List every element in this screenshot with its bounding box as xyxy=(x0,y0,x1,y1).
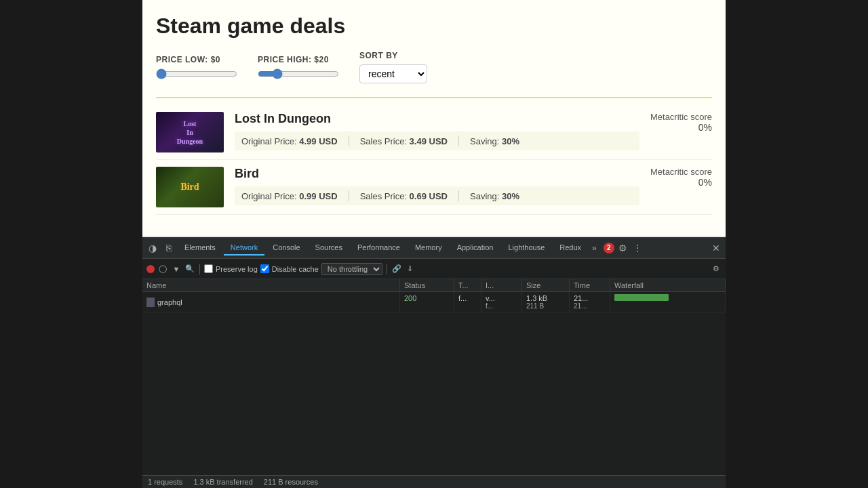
section-divider xyxy=(156,97,712,98)
price-high-filter: PRICE HIGH: $20 xyxy=(258,55,339,79)
price-divider xyxy=(349,190,349,201)
sort-select[interactable]: recent savings price metacritic xyxy=(359,64,427,83)
price-high-slider[interactable] xyxy=(258,68,339,79)
preserve-log-checkbox[interactable]: Preserve log xyxy=(204,264,258,273)
price-divider xyxy=(349,136,349,146)
metacritic-label: Metacritic score xyxy=(650,167,712,177)
saving-label: Saving: 30% xyxy=(470,191,519,201)
toolbar-right: ⚙ xyxy=(711,264,722,274)
devtools-settings-icon[interactable]: ⚙ xyxy=(616,243,630,253)
disable-cache-checkbox[interactable]: Disable cache xyxy=(260,264,319,273)
price-high-label: PRICE HIGH: $20 xyxy=(258,55,339,64)
network-toolbar: ◯ ▼ 🔍 Preserve log Disable cache No thro… xyxy=(142,259,726,279)
saving-label: Saving: 30% xyxy=(470,136,519,146)
page-title: Steam game deals xyxy=(156,14,712,39)
tab-console[interactable]: Console xyxy=(266,241,307,256)
metacritic-label: Metacritic score xyxy=(650,112,712,122)
metacritic-value: 0% xyxy=(650,177,712,188)
price-low-slider[interactable] xyxy=(156,68,237,79)
toolbar-separator-2 xyxy=(387,264,387,274)
main-page: Steam game deals PRICE LOW: $0 PRICE HIG… xyxy=(142,0,726,237)
metacritic-score: Metacritic score 0% xyxy=(650,167,712,188)
filters-bar: PRICE LOW: $0 PRICE HIGH: $20 SORT BY re… xyxy=(156,51,712,83)
sort-label: SORT BY xyxy=(359,51,427,60)
cell-type: f... xyxy=(454,292,481,312)
col-size: Size xyxy=(522,279,570,291)
col-name: Name xyxy=(142,279,400,291)
price-info: Original Price: 0.99 USD Sales Price: 0.… xyxy=(235,186,639,205)
network-status-bar: 1 requests 1.3 kB transferred 211 B reso… xyxy=(142,475,726,488)
resources-size: 211 B resources xyxy=(264,478,318,486)
cell-status: 200 xyxy=(400,292,454,312)
game-entry: Bird Bird Original Price: 0.99 USD Sales… xyxy=(156,160,712,215)
tab-application[interactable]: Application xyxy=(450,241,500,256)
toolbar-separator xyxy=(199,264,200,274)
sales-price-label: Sales Price: 0.69 USD xyxy=(360,191,448,201)
col-waterfall: Waterfall xyxy=(610,279,726,291)
price-divider-2 xyxy=(458,136,459,146)
game-info-lost-in-dungeon: Lost In Dungeon Original Price: 4.99 USD… xyxy=(235,112,639,150)
metacritic-score: Metacritic score 0% xyxy=(650,112,712,133)
more-tabs-button[interactable]: » xyxy=(589,243,599,253)
cell-waterfall xyxy=(610,292,726,312)
devtools-device-icon[interactable]: ⎘ xyxy=(161,241,176,256)
import-icon[interactable]: 🔗 xyxy=(391,264,402,274)
waterfall-bar xyxy=(614,294,669,301)
filter-icon[interactable]: ▼ xyxy=(171,264,182,274)
tab-sources[interactable]: Sources xyxy=(309,241,349,256)
game-name: Lost In Dungeon xyxy=(235,112,639,126)
network-row[interactable]: graphql 200 f... v... f... 1.3 kB 211 B … xyxy=(142,292,726,312)
search-icon[interactable]: 🔍 xyxy=(184,264,195,274)
sort-group: SORT BY recent savings price metacritic xyxy=(359,51,427,83)
disable-cache-input[interactable] xyxy=(260,264,269,273)
cell-time: 21... 21... xyxy=(570,292,610,312)
file-icon xyxy=(146,298,155,307)
network-table: Name Status T... I... Size Time Waterfal… xyxy=(142,279,726,475)
devtools-panel: ◑ ⎘ Elements Network Console Sources Per… xyxy=(142,237,726,488)
devtools-inspect-icon[interactable]: ◑ xyxy=(145,241,160,256)
transferred-size: 1.3 kB transferred xyxy=(193,478,252,486)
export-icon[interactable]: ⇓ xyxy=(405,264,416,274)
col-time: Time xyxy=(570,279,610,291)
game-info-bird: Bird Original Price: 0.99 USD Sales Pric… xyxy=(235,167,639,205)
tab-lighthouse[interactable]: Lighthouse xyxy=(501,241,551,256)
devtools-tab-bar: ◑ ⎘ Elements Network Console Sources Per… xyxy=(142,237,726,259)
original-price-label: Original Price: 4.99 USD xyxy=(241,136,338,146)
price-divider-2 xyxy=(458,190,459,201)
tab-performance[interactable]: Performance xyxy=(351,241,407,256)
record-button[interactable] xyxy=(146,265,155,273)
game-name: Bird xyxy=(235,167,639,181)
tab-network[interactable]: Network xyxy=(224,241,264,256)
error-badge: 2 xyxy=(604,243,614,253)
price-low-filter: PRICE LOW: $0 xyxy=(156,55,237,79)
network-settings-icon[interactable]: ⚙ xyxy=(711,264,722,274)
col-type: T... xyxy=(454,279,481,291)
game-thumbnail-bird: Bird xyxy=(156,167,224,207)
sales-price-label: Sales Price: 3.49 USD xyxy=(360,136,448,146)
throttle-select[interactable]: No throttling Fast 3G Slow 3G Offline xyxy=(321,263,382,275)
price-low-label: PRICE LOW: $0 xyxy=(156,55,237,64)
tab-redux[interactable]: Redux xyxy=(553,241,588,256)
game-thumbnail-lost-in-dungeon: LostInDungeon xyxy=(156,112,224,152)
clear-icon[interactable]: ◯ xyxy=(157,264,168,274)
network-table-header: Name Status T... I... Size Time Waterfal… xyxy=(142,279,726,292)
devtools-close-icon[interactable]: ✕ xyxy=(709,243,723,253)
game-entry: LostInDungeon Lost In Dungeon Original P… xyxy=(156,105,712,160)
cell-name: graphql xyxy=(142,292,400,312)
tab-elements[interactable]: Elements xyxy=(178,241,222,256)
price-info: Original Price: 4.99 USD Sales Price: 3.… xyxy=(235,131,639,150)
devtools-more-icon[interactable]: ⋮ xyxy=(631,243,644,253)
original-price-label: Original Price: 0.99 USD xyxy=(241,191,338,201)
cell-size: 1.3 kB 211 B xyxy=(522,292,570,312)
requests-count: 1 requests xyxy=(148,478,182,486)
preserve-log-input[interactable] xyxy=(204,264,213,273)
cell-initiator: v... f... xyxy=(481,292,522,312)
tab-memory[interactable]: Memory xyxy=(408,241,449,256)
metacritic-value: 0% xyxy=(650,122,712,133)
col-initiator: I... xyxy=(481,279,522,291)
col-status: Status xyxy=(400,279,454,291)
